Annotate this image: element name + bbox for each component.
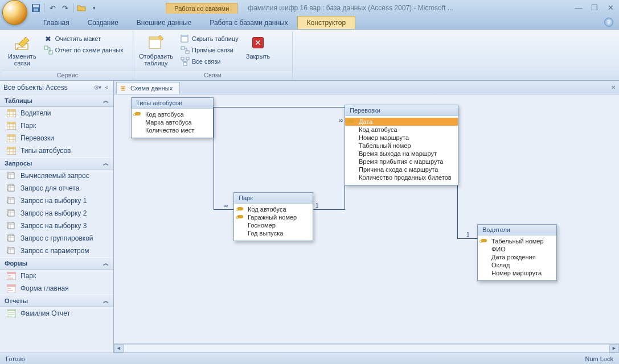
tab-external-data[interactable]: Внешние данные [128,16,201,29]
report-icon [7,309,16,317]
table-box-drivers[interactable]: ВодителиТабельный номерФИОДата рожденияО… [477,224,557,281]
table-field[interactable]: Время прибытия с маршрута [345,158,458,166]
table-field[interactable]: Год выпуска [234,229,313,237]
hide-table-button[interactable]: Скрыть таблицу [179,34,240,44]
minimize-button[interactable]: — [573,2,584,13]
status-text: Готово [6,355,25,362]
table-field[interactable]: Оклад [478,261,556,269]
query-icon [7,172,16,180]
svg-rect-39 [8,275,11,276]
table-field[interactable]: Табельный номер [345,142,458,150]
relationship-report-button[interactable]: Отчет по схеме данных [42,45,125,55]
table-field[interactable]: Дата рождения [478,253,556,261]
edit-relationships-button[interactable]: Изменить связи [6,32,39,68]
table-field[interactable]: Номер маршрута [345,134,458,142]
nav-collapse-icon[interactable]: « [103,84,110,90]
nav-group-header[interactable]: Формы︽ [0,257,113,270]
nav-item[interactable]: Запрос с группировкой [0,232,113,245]
table-box-header[interactable]: Типы автобусов [132,98,213,109]
table-box-types[interactable]: Типы автобусовКод автобусаМарка автобуса… [131,97,214,138]
nav-item[interactable]: Запрос с параметром [0,245,113,257]
nav-item[interactable]: Запрос для отчета [0,182,113,195]
svg-rect-11 [186,51,189,53]
show-table-button[interactable]: Отобразить таблицу [137,32,175,68]
help-icon[interactable]: ? [604,18,613,27]
nav-menu-icon[interactable]: ⊙▾ [92,84,103,90]
nav-item[interactable]: Водители [0,107,113,119]
svg-rect-30 [8,210,14,216]
table-field[interactable]: Код автобуса [234,205,313,213]
table-field[interactable]: Гаражный номер [234,213,313,221]
table-box-header[interactable]: Водители [478,225,556,235]
form-icon [7,284,16,292]
nav-item-label: Запрос с параметром [21,247,89,255]
redo-icon[interactable]: ↷ [60,3,69,13]
undo-icon[interactable]: ↶ [48,3,57,13]
clear-layout-button[interactable]: ✖ Очистить макет [42,34,125,44]
nav-item[interactable]: Парк [0,119,113,132]
nav-item[interactable]: Перевозки [0,132,113,144]
tab-database-tools[interactable]: Работа с базами данных [200,16,297,29]
close-button[interactable]: ✕ [605,2,616,13]
tab-design[interactable]: Конструктор [297,16,355,29]
status-bar: Готово Num Lock [0,353,619,364]
ribbon-group-label: Связи [133,70,292,80]
office-button[interactable] [2,0,27,25]
svg-rect-20 [7,134,16,136]
open-folder-icon[interactable] [77,3,86,13]
table-field[interactable]: Номер маршрута [478,269,556,277]
nav-item[interactable]: Запрос на выборку 3 [0,220,113,232]
svg-rect-24 [8,173,14,179]
table-field[interactable]: Дата [345,118,458,126]
horizontal-scrollbar[interactable]: ◄ ► [114,343,619,353]
table-field[interactable]: Причина схода с маршрута [345,166,458,173]
query-icon [7,247,16,255]
table-field[interactable]: Марка автобуса [132,118,213,126]
nav-item[interactable]: Вычисляемый запрос [0,169,113,182]
svg-rect-14 [183,63,187,65]
query-icon [7,222,16,230]
save-icon[interactable] [31,3,40,13]
table-icon [7,122,16,130]
nav-group-header[interactable]: Запросы︽ [0,157,113,169]
table-box-header[interactable]: Парк [234,193,313,204]
relationships-canvas[interactable]: 1 ∞ 1 ∞ ∞ 1 Типы автобусовКод автобусаМа… [114,94,619,343]
table-field[interactable]: Код автобуса [345,126,458,134]
svg-rect-32 [8,223,14,229]
table-box-park[interactable]: ПаркКод автобусаГаражный номерГосномерГо… [233,192,313,241]
close-button-ribbon[interactable]: ✕ Закрыть [244,32,272,61]
table-field[interactable]: Количество мест [132,126,213,134]
tab-home[interactable]: Главная [34,16,79,29]
nav-group-header[interactable]: Таблицы︽ [0,94,113,107]
direct-relationships-button[interactable]: Прямые связи [179,45,240,55]
scroll-left-icon[interactable]: ◄ [114,344,124,353]
nav-item[interactable]: Парк [0,270,113,282]
table-field[interactable]: Время выхода на маршрут [345,150,458,158]
table-field[interactable]: Госномер [234,221,313,229]
contextual-tab-title: Работа со связями [166,3,237,14]
table-field[interactable]: Код автобуса [132,110,213,118]
table-field[interactable]: Количество проданных билетов [345,173,458,181]
restore-button[interactable]: ❐ [589,2,600,13]
ribbon-group-service: Изменить связи ✖ Очистить макет Отчет по… [2,31,133,80]
nav-group-header[interactable]: Отчеты︽ [0,295,113,307]
all-relationships-button[interactable]: Все связи [179,56,240,67]
nav-item[interactable]: Фамилия Отчет [0,307,113,320]
nav-item[interactable]: Запрос на выборку 2 [0,207,113,220]
table-box-header[interactable]: Перевозки [345,105,458,116]
svg-rect-18 [7,122,16,124]
document-close-button[interactable]: × [611,83,616,92]
table-field[interactable]: ФИО [478,245,556,253]
table-field[interactable]: Табельный номер [478,237,556,245]
nav-item[interactable]: Типы автобусов [0,144,113,157]
table-box-trips[interactable]: ПеревозкиДатаКод автобусаНомер маршрутаТ… [345,105,458,185]
nav-item[interactable]: Форма главная [0,282,113,295]
status-numlock: Num Lock [585,355,613,362]
nav-item[interactable]: Запрос на выборку 1 [0,195,113,207]
navigation-header[interactable]: Все объекты Access ⊙▾ « [0,81,113,94]
tab-create[interactable]: Создание [79,16,128,29]
svg-rect-12 [181,57,184,60]
scroll-right-icon[interactable]: ► [609,344,619,353]
document-tab[interactable]: ⊞ Схема данных [116,82,180,94]
qat-customize-icon[interactable]: ▾ [89,3,99,13]
